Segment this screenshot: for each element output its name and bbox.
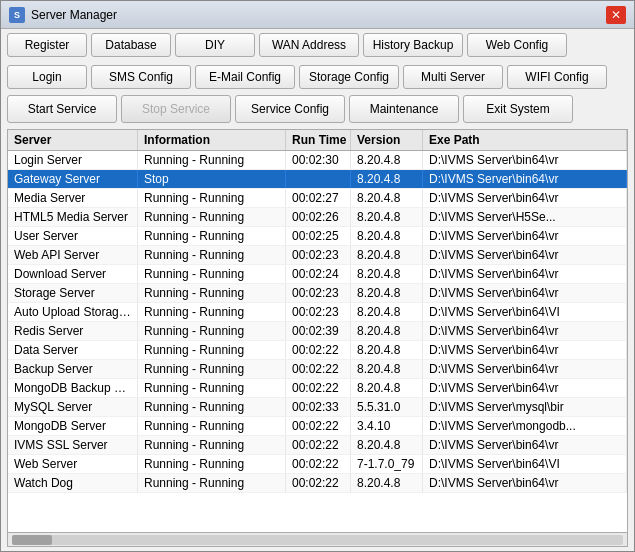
- service-row: Start Service Stop Service Service Confi…: [1, 93, 634, 129]
- table-row[interactable]: User ServerRunning - Running00:02:258.20…: [8, 227, 627, 246]
- table-row[interactable]: IVMS SSL ServerRunning - Running00:02:22…: [8, 436, 627, 455]
- table-row[interactable]: HTML5 Media ServerRunning - Running00:02…: [8, 208, 627, 227]
- table-cell: MySQL Server: [8, 398, 138, 416]
- storage-config-button[interactable]: Storage Config: [299, 65, 399, 89]
- table-cell: 00:02:39: [286, 322, 351, 340]
- table-cell: 00:02:22: [286, 360, 351, 378]
- table-row[interactable]: Data ServerRunning - Running00:02:228.20…: [8, 341, 627, 360]
- email-config-button[interactable]: E-Mail Config: [195, 65, 295, 89]
- table-cell: 00:02:25: [286, 227, 351, 245]
- table-cell: D:\IVMS Server\bin64\vr: [423, 341, 627, 359]
- table-cell: Running - Running: [138, 265, 286, 283]
- table-cell: 00:02:22: [286, 455, 351, 473]
- start-service-button[interactable]: Start Service: [7, 95, 117, 123]
- stop-service-button[interactable]: Stop Service: [121, 95, 231, 123]
- table-cell: Running - Running: [138, 246, 286, 264]
- table-cell: User Server: [8, 227, 138, 245]
- table-cell: IVMS SSL Server: [8, 436, 138, 454]
- table-row[interactable]: MongoDB Backup ServerRunning - Running00…: [8, 379, 627, 398]
- horizontal-scrollbar[interactable]: [8, 532, 627, 546]
- table-row[interactable]: Storage ServerRunning - Running00:02:238…: [8, 284, 627, 303]
- table-cell: Running - Running: [138, 151, 286, 169]
- table-body: Login ServerRunning - Running00:02:308.2…: [8, 151, 627, 532]
- maintenance-button[interactable]: Maintenance: [349, 95, 459, 123]
- table-row[interactable]: Gateway ServerStop8.20.4.8D:\IVMS Server…: [8, 170, 627, 189]
- col-header-runtime: Run Time: [286, 130, 351, 150]
- database-button[interactable]: Database: [91, 33, 171, 57]
- table-cell: 8.20.4.8: [351, 170, 423, 188]
- table-cell: D:\IVMS Server\bin64\vr: [423, 360, 627, 378]
- table-row[interactable]: Download ServerRunning - Running00:02:24…: [8, 265, 627, 284]
- web-config-button[interactable]: Web Config: [467, 33, 567, 57]
- table-cell: 8.20.4.8: [351, 360, 423, 378]
- table-row[interactable]: MySQL ServerRunning - Running00:02:335.5…: [8, 398, 627, 417]
- table-cell: 8.20.4.8: [351, 474, 423, 492]
- table-cell: D:\IVMS Server\bin64\vr: [423, 284, 627, 302]
- scrollbar-thumb[interactable]: [12, 535, 52, 545]
- table-cell: Running - Running: [138, 360, 286, 378]
- table-cell: Media Server: [8, 189, 138, 207]
- window-title: Server Manager: [31, 8, 606, 22]
- table-cell: D:\IVMS Server\bin64\vr: [423, 322, 627, 340]
- col-header-server: Server: [8, 130, 138, 150]
- sms-config-button[interactable]: SMS Config: [91, 65, 191, 89]
- table-row[interactable]: Web ServerRunning - Running00:02:227-1.7…: [8, 455, 627, 474]
- server-manager-window: S Server Manager ✕ Register Database DIY…: [0, 0, 635, 552]
- table-cell: Running - Running: [138, 398, 286, 416]
- diy-button[interactable]: DIY: [175, 33, 255, 57]
- table-cell: 00:02:22: [286, 436, 351, 454]
- table-cell: 8.20.4.8: [351, 436, 423, 454]
- wan-address-button[interactable]: WAN Address: [259, 33, 359, 57]
- table-cell: Running - Running: [138, 208, 286, 226]
- table-cell: Running - Running: [138, 303, 286, 321]
- table-cell: 7-1.7.0_79: [351, 455, 423, 473]
- wifi-config-button[interactable]: WIFI Config: [507, 65, 607, 89]
- table-row[interactable]: Watch DogRunning - Running00:02:228.20.4…: [8, 474, 627, 493]
- table-row[interactable]: Media ServerRunning - Running00:02:278.2…: [8, 189, 627, 208]
- table-cell: Running - Running: [138, 227, 286, 245]
- table-cell: Running - Running: [138, 284, 286, 302]
- table-row[interactable]: Auto Upload Storage S...Running - Runnin…: [8, 303, 627, 322]
- table-row[interactable]: MongoDB ServerRunning - Running00:02:223…: [8, 417, 627, 436]
- table-cell: 00:02:22: [286, 341, 351, 359]
- col-header-version: Version: [351, 130, 423, 150]
- table-cell: 8.20.4.8: [351, 208, 423, 226]
- table-cell: Running - Running: [138, 455, 286, 473]
- table-cell: 8.20.4.8: [351, 151, 423, 169]
- table-cell: 8.20.4.8: [351, 341, 423, 359]
- server-table: Server Information Run Time Version Exe …: [7, 129, 628, 547]
- table-cell: 8.20.4.8: [351, 284, 423, 302]
- table-cell: D:\IVMS Server\bin64\vr: [423, 474, 627, 492]
- col-header-info: Information: [138, 130, 286, 150]
- exit-system-button[interactable]: Exit System: [463, 95, 573, 123]
- close-button[interactable]: ✕: [606, 6, 626, 24]
- table-cell: 3.4.10: [351, 417, 423, 435]
- table-cell: 8.20.4.8: [351, 189, 423, 207]
- table-cell: Watch Dog: [8, 474, 138, 492]
- table-cell: Running - Running: [138, 341, 286, 359]
- table-cell: 8.20.4.8: [351, 322, 423, 340]
- login-button[interactable]: Login: [7, 65, 87, 89]
- history-backup-button[interactable]: History Backup: [363, 33, 463, 57]
- table-row[interactable]: Redis ServerRunning - Running00:02:398.2…: [8, 322, 627, 341]
- table-cell: D:\IVMS Server\bin64\vr: [423, 189, 627, 207]
- table-row[interactable]: Web API ServerRunning - Running00:02:238…: [8, 246, 627, 265]
- table-row[interactable]: Backup ServerRunning - Running00:02:228.…: [8, 360, 627, 379]
- table-cell: 00:02:22: [286, 474, 351, 492]
- scrollbar-track[interactable]: [12, 535, 623, 545]
- service-config-button[interactable]: Service Config: [235, 95, 345, 123]
- table-cell: Running - Running: [138, 379, 286, 397]
- table-cell: 00:02:22: [286, 379, 351, 397]
- multi-server-button[interactable]: Multi Server: [403, 65, 503, 89]
- table-cell: Web Server: [8, 455, 138, 473]
- table-row[interactable]: Login ServerRunning - Running00:02:308.2…: [8, 151, 627, 170]
- table-cell: D:\IVMS Server\bin64\vr: [423, 265, 627, 283]
- table-cell: 8.20.4.8: [351, 227, 423, 245]
- table-cell: 00:02:22: [286, 417, 351, 435]
- table-cell: 00:02:33: [286, 398, 351, 416]
- table-cell: D:\IVMS Server\bin64\vr: [423, 379, 627, 397]
- table-cell: 00:02:23: [286, 303, 351, 321]
- table-cell: D:\IVMS Server\mysql\bir: [423, 398, 627, 416]
- table-cell: Running - Running: [138, 417, 286, 435]
- register-button[interactable]: Register: [7, 33, 87, 57]
